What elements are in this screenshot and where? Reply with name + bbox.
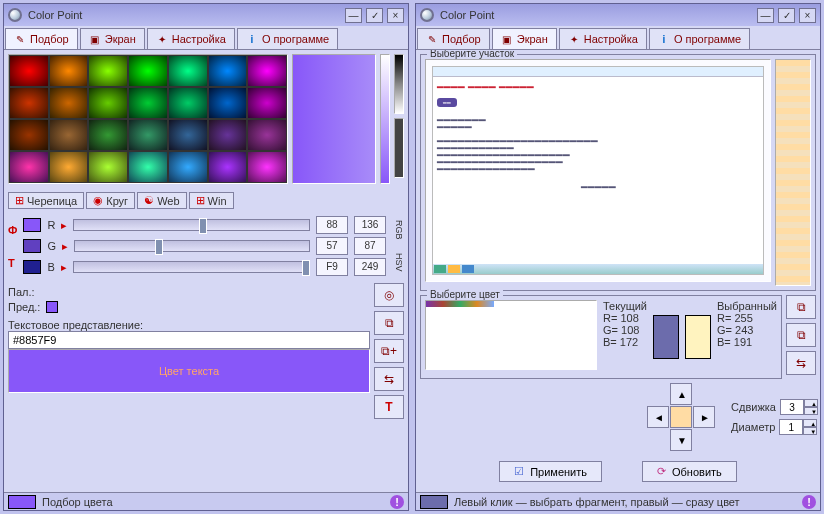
tab-podbor[interactable]: ✎Подбор [417, 28, 490, 49]
titlebar-r: Color Point — ✓ × [416, 4, 820, 26]
g-dec[interactable]: 87 [354, 237, 386, 255]
contrast-strip[interactable] [394, 118, 404, 178]
status-text: Подбор цвета [42, 496, 113, 508]
pal-label: Пал.: [8, 286, 35, 298]
tool-paste-button[interactable]: ⧉+ [374, 339, 404, 363]
status-text-r: Левый клик — выбрать фрагмент, правый — … [454, 496, 740, 508]
selected-label: Выбранный [717, 300, 777, 312]
nav-right[interactable]: ► [693, 406, 715, 428]
diam-label: Диаметр [731, 421, 775, 433]
tab-about[interactable]: iО программе [237, 28, 338, 49]
close-button[interactable]: × [387, 8, 404, 23]
b-dec[interactable]: 249 [354, 258, 386, 276]
subtab-web[interactable]: ☯Web [137, 192, 186, 209]
slider-row-r: R ▸ 88 136 [23, 216, 386, 234]
window-title-r: Color Point [440, 9, 753, 21]
body-right: Выберите участок ━━━━ ━━━━ ━━━━━ ━━ ━━━━… [416, 50, 820, 492]
diam-spinner[interactable]: ▲▼ [779, 419, 815, 435]
tool-swap-button[interactable]: ⇆ [786, 351, 816, 375]
tool-text-button[interactable]: T [374, 395, 404, 419]
statusbar-left: Подбор цвета ! [4, 492, 408, 510]
slider-r[interactable] [73, 219, 310, 231]
nav-center[interactable] [670, 406, 692, 428]
text-representation-input[interactable] [8, 331, 370, 349]
slider-b[interactable] [73, 261, 310, 273]
gray-strip[interactable] [394, 54, 404, 114]
nav-left[interactable]: ◄ [647, 406, 669, 428]
gear-icon: ✦ [156, 33, 168, 45]
selected-swatch [685, 315, 711, 359]
apply-button[interactable]: ☑Применить [499, 461, 602, 482]
repr-label: Текстовое представление: [8, 319, 143, 331]
titlebar: Color Point — ✓ × [4, 4, 408, 26]
t-label: Т [8, 257, 17, 269]
minimap[interactable] [775, 59, 811, 286]
statusbar-right: Левый клик — выбрать фрагмент, правый — … [416, 492, 820, 510]
row-swatch-g[interactable] [23, 239, 41, 253]
status-swatch [8, 495, 36, 509]
slider-row-g: G ▸ 57 87 [23, 237, 386, 255]
tab-podbor[interactable]: ✎Подбор [5, 28, 78, 49]
color-palette[interactable] [8, 54, 288, 184]
window-title: Color Point [28, 9, 341, 21]
screen-icon: ▣ [89, 33, 101, 45]
screen-icon: ▣ [501, 33, 513, 45]
screenshot-preview[interactable]: ━━━━ ━━━━ ━━━━━ ━━ ━━━━━━━━━━━━━━━━━━━━━… [425, 59, 771, 282]
color-fieldset: Выберите цвет Текущий R= 108 G= 108 B= 1… [420, 295, 782, 379]
gear-icon: ✦ [568, 33, 580, 45]
select-area-legend: Выберите участок [427, 50, 517, 59]
tabbar-r: ✎Подбор ▣Экран ✦Настройка iО программе [416, 26, 820, 50]
nav-cross: ▲ ◄► ▼ [647, 383, 717, 451]
tool-pick-button[interactable]: ◎ [374, 283, 404, 307]
tab-ekran[interactable]: ▣Экран [492, 28, 557, 49]
subtab-win[interactable]: ⊞Win [189, 192, 234, 209]
tool-copy-button[interactable]: ⧉ [786, 295, 816, 319]
nav-up[interactable]: ▲ [670, 383, 692, 405]
body-left: ⊞Черепица ◉Круг ☯Web ⊞Win Ф Т R ▸ 88 136 [4, 50, 408, 492]
refresh-icon: ⟳ [657, 465, 666, 478]
window-right: Color Point — ✓ × ✎Подбор ▣Экран ✦Настро… [415, 3, 821, 511]
select-color-legend: Выберите цвет [427, 289, 503, 300]
alert-icon[interactable]: ! [390, 495, 404, 509]
minimize-button[interactable]: — [345, 8, 362, 23]
subtab-circle[interactable]: ◉Круг [86, 192, 135, 209]
b-hex[interactable]: F9 [316, 258, 348, 276]
shift-label: Сдвижка [731, 401, 776, 413]
current-swatch [653, 315, 679, 359]
app-icon [420, 8, 434, 22]
row-swatch-b[interactable] [23, 260, 41, 274]
window-left: Color Point — ✓ × ✎Подбор ▣Экран ✦Настро… [3, 3, 409, 511]
tool-copy-button[interactable]: ⧉ [374, 311, 404, 335]
subtab-tile[interactable]: ⊞Черепица [8, 192, 84, 209]
alert-icon[interactable]: ! [802, 495, 816, 509]
rgb-label[interactable]: RGB [394, 220, 404, 240]
row-swatch-r[interactable] [23, 218, 41, 232]
color-history[interactable] [425, 300, 597, 370]
tool-swap-button[interactable]: ⇆ [374, 367, 404, 391]
check-button[interactable]: ✓ [778, 8, 795, 23]
tab-about[interactable]: iО программе [649, 28, 750, 49]
check-button[interactable]: ✓ [366, 8, 383, 23]
tab-nastroika[interactable]: ✦Настройка [559, 28, 647, 49]
nav-down[interactable]: ▼ [670, 429, 692, 451]
pred-label: Пред.: [8, 301, 40, 313]
r-dec[interactable]: 136 [354, 216, 386, 234]
hsv-label[interactable]: HSV [394, 253, 404, 272]
slider-g[interactable] [74, 240, 310, 252]
circle-icon: ◉ [93, 194, 103, 207]
area-fieldset: Выберите участок ━━━━ ━━━━ ━━━━━ ━━ ━━━━… [420, 54, 816, 291]
slider-row-b: B ▸ F9 249 [23, 258, 386, 276]
minimize-button[interactable]: — [757, 8, 774, 23]
tab-nastroika[interactable]: ✦Настройка [147, 28, 235, 49]
refresh-button[interactable]: ⟳Обновить [642, 461, 737, 482]
g-hex[interactable]: 57 [316, 237, 348, 255]
shift-spinner[interactable]: ▲▼ [780, 399, 816, 415]
pred-swatch [46, 301, 58, 313]
tab-ekran[interactable]: ▣Экран [80, 28, 145, 49]
brightness-strip[interactable] [380, 54, 390, 184]
close-button[interactable]: × [799, 8, 816, 23]
r-hex[interactable]: 88 [316, 216, 348, 234]
tool-paste-button[interactable]: ⧉ [786, 323, 816, 347]
label-g: G [47, 240, 56, 252]
current-values: Текущий R= 108 G= 108 B= 172 [603, 300, 647, 374]
